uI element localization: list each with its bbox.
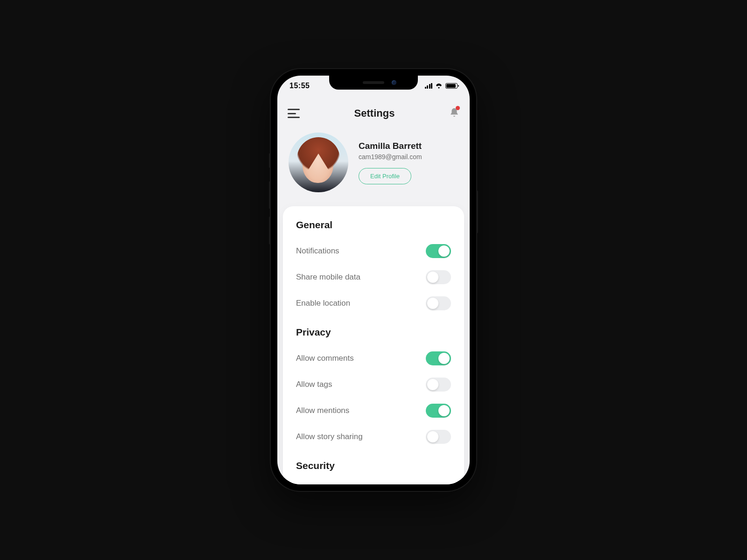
setting-row-enable-location: Enable location [296, 290, 451, 316]
setting-label: Enable location [296, 299, 350, 308]
notch [329, 76, 418, 90]
status-indicators [425, 83, 458, 89]
settings-card[interactable]: General Notifications Share mobile data … [283, 206, 464, 484]
front-camera [392, 80, 396, 85]
menu-button[interactable] [288, 109, 300, 118]
toggle-allow-tags[interactable] [426, 378, 451, 392]
phone-power-button [476, 190, 478, 233]
setting-row-allow-comments: Allow comments [296, 345, 451, 371]
setting-label: Allow mentions [296, 406, 349, 415]
setting-row-allow-mentions: Allow mentions [296, 398, 451, 424]
notifications-button[interactable] [449, 107, 459, 119]
setting-label: Allow comments [296, 354, 354, 363]
section-title-security: Security [296, 460, 451, 471]
toggle-allow-mentions[interactable] [426, 404, 451, 418]
hamburger-icon [288, 109, 300, 110]
setting-label: Allow story sharing [296, 432, 363, 441]
wifi-icon [435, 83, 443, 89]
profile-info: Camilla Barrett cam1989@gmail.com Edit P… [359, 141, 422, 184]
setting-row-allow-story-sharing: Allow story sharing [296, 424, 451, 450]
screen: 15:55 Settings Camil [277, 76, 470, 484]
edit-profile-button[interactable]: Edit Profile [359, 168, 411, 184]
toggle-share-mobile-data[interactable] [426, 270, 451, 284]
phone-volume-down [269, 217, 271, 245]
battery-icon [445, 83, 458, 89]
section-title-privacy: Privacy [296, 327, 451, 338]
phone-mute-switch [269, 153, 271, 168]
setting-row-password-change[interactable]: Password change [296, 479, 451, 484]
content: Settings Camilla Barrett cam1989@gmail.c… [277, 76, 470, 484]
phone-volume-up [269, 181, 271, 209]
toggle-allow-story-sharing[interactable] [426, 430, 451, 444]
setting-label: Notifications [296, 246, 339, 256]
setting-row-allow-tags: Allow tags [296, 371, 451, 398]
setting-label: Allow tags [296, 380, 332, 389]
setting-row-share-mobile-data: Share mobile data [296, 264, 451, 290]
section-title-general: General [296, 219, 451, 231]
status-time: 15:55 [289, 82, 310, 90]
profile-email: cam1989@gmail.com [359, 153, 422, 161]
setting-label: Share mobile data [296, 273, 360, 282]
phone-frame: 15:55 Settings Camil [271, 69, 476, 491]
cellular-signal-icon [425, 83, 433, 89]
speaker-grille [363, 81, 384, 84]
page-header: Settings [277, 103, 470, 129]
notification-badge [456, 106, 460, 110]
profile-section: Camilla Barrett cam1989@gmail.com Edit P… [277, 129, 470, 206]
toggle-allow-comments[interactable] [426, 351, 451, 365]
profile-name: Camilla Barrett [359, 141, 422, 151]
toggle-notifications[interactable] [426, 244, 451, 258]
toggle-enable-location[interactable] [426, 296, 451, 310]
avatar[interactable] [289, 133, 348, 192]
page-title: Settings [354, 107, 395, 119]
setting-row-notifications: Notifications [296, 238, 451, 264]
